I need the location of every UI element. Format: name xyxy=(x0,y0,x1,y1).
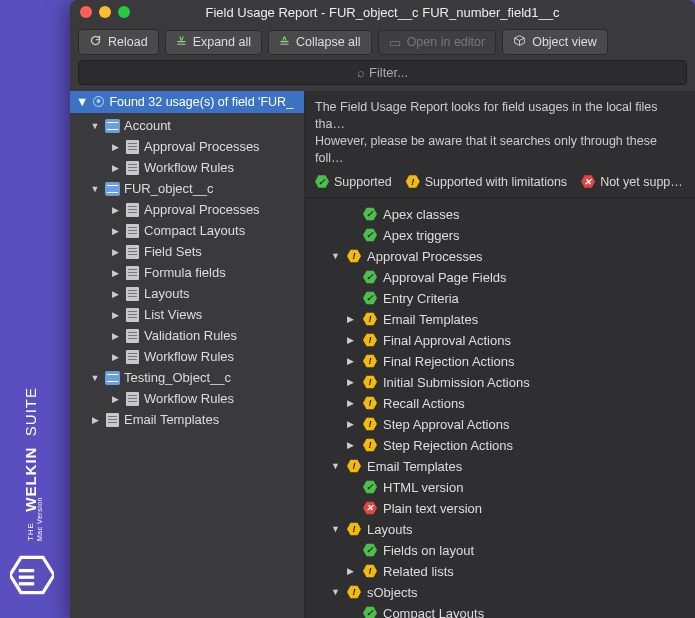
object-view-button[interactable]: Object view xyxy=(502,29,608,55)
collapse-all-button[interactable]: ≙ Collapse all xyxy=(268,30,372,55)
status-yellow-icon xyxy=(347,585,361,599)
editor-icon: ▭ xyxy=(389,35,401,50)
tree-node-label: Workflow Rules xyxy=(144,160,234,175)
svg-marker-0 xyxy=(10,557,54,592)
support-item[interactable]: Plain text version xyxy=(307,498,693,519)
file-icon xyxy=(124,286,140,302)
support-item[interactable]: Entry Criteria xyxy=(307,288,693,309)
tree-node[interactable]: ▶ Workflow Rules xyxy=(70,388,304,409)
support-item[interactable]: Fields on layout xyxy=(307,540,693,561)
chevron-icon: ▶ xyxy=(347,356,357,366)
tree-node-label: Approval Processes xyxy=(144,202,260,217)
description-text: The Field Usage Report looks for field u… xyxy=(305,91,695,171)
support-item[interactable]: ▼sObjects xyxy=(307,582,693,603)
status-green-icon xyxy=(363,291,377,305)
support-item[interactable]: ▶Step Rejection Actions xyxy=(307,435,693,456)
left-tree[interactable]: ▼ Account▶ Approval Processes▶ Workflow … xyxy=(70,113,304,618)
chevron-right-icon: ▶ xyxy=(110,352,120,362)
status-green-icon xyxy=(363,606,377,618)
support-item[interactable]: ▼Email Templates xyxy=(307,456,693,477)
tree-node-label: Testing_Object__c xyxy=(124,370,231,385)
collapse-icon: ≙ xyxy=(279,35,290,50)
tree-node-label: Email Templates xyxy=(124,412,219,427)
status-yellow-icon xyxy=(347,249,361,263)
file-icon xyxy=(124,223,140,239)
support-item[interactable]: ▶Initial Submission Actions xyxy=(307,372,693,393)
tree-node[interactable]: ▶ List Views xyxy=(70,304,304,325)
file-icon xyxy=(124,202,140,218)
tree-node-label: List Views xyxy=(144,307,202,322)
chevron-icon: ▼ xyxy=(331,461,341,471)
tree-node-label: Approval Processes xyxy=(144,139,260,154)
support-item[interactable]: ▶Final Approval Actions xyxy=(307,330,693,351)
tree-node[interactable]: ▶ Formula fields xyxy=(70,262,304,283)
support-item[interactable]: ▼Approval Processes xyxy=(307,246,693,267)
tree-node[interactable]: ▶ Validation Rules xyxy=(70,325,304,346)
support-item-label: Related lists xyxy=(383,564,454,579)
tree-node[interactable]: ▶ Compact Layouts xyxy=(70,220,304,241)
tree-node[interactable]: ▶ Workflow Rules xyxy=(70,157,304,178)
status-green-icon xyxy=(363,270,377,284)
object-icon xyxy=(104,370,120,386)
status-green-icon xyxy=(363,480,377,494)
chevron-right-icon: ▶ xyxy=(110,142,120,152)
support-item[interactable]: ▶Email Templates xyxy=(307,309,693,330)
brand-logo-icon xyxy=(10,553,54,600)
tree-node[interactable]: ▶ Workflow Rules xyxy=(70,346,304,367)
status-yellow-icon xyxy=(363,396,377,410)
toolbar: Reload ≚ Expand all ≙ Collapse all ▭ Ope… xyxy=(70,24,695,60)
support-item-label: Email Templates xyxy=(383,312,478,327)
support-item[interactable]: ▼Layouts xyxy=(307,519,693,540)
tree-node[interactable]: ▶ Field Sets xyxy=(70,241,304,262)
right-tree[interactable]: Apex classesApex triggers▼Approval Proce… xyxy=(305,198,695,619)
reload-icon xyxy=(89,34,102,50)
support-item[interactable]: ▶Final Rejection Actions xyxy=(307,351,693,372)
open-in-editor-button[interactable]: ▭ Open in editor xyxy=(378,30,497,55)
tree-node[interactable]: ▼ Account xyxy=(70,115,304,136)
support-item-label: sObjects xyxy=(367,585,418,600)
minimize-window-button[interactable] xyxy=(99,6,111,18)
support-item-label: Step Approval Actions xyxy=(383,417,509,432)
usages-root-label: Found 32 usage(s) of field 'FUR_ xyxy=(109,95,293,109)
tree-node[interactable]: ▶ Email Templates xyxy=(70,409,304,430)
chevron-icon: ▶ xyxy=(347,566,357,576)
tree-node[interactable]: ▼ Testing_Object__c xyxy=(70,367,304,388)
chevron-icon: ▶ xyxy=(347,314,357,324)
tree-node-label: Account xyxy=(124,118,171,133)
file-icon xyxy=(124,349,140,365)
filter-input[interactable]: ⌕Filter... xyxy=(78,60,687,85)
support-item[interactable]: ▶Recall Actions xyxy=(307,393,693,414)
support-item[interactable]: Compact Layouts xyxy=(307,603,693,619)
app-window: Field Usage Report - FUR_object__c FUR_n… xyxy=(70,0,695,618)
search-icon: ⌕ xyxy=(357,65,365,80)
chevron-right-icon: ▶ xyxy=(110,394,120,404)
close-window-button[interactable] xyxy=(80,6,92,18)
tree-node[interactable]: ▶ Approval Processes xyxy=(70,199,304,220)
tree-node[interactable]: ▼ FUR_object__c xyxy=(70,178,304,199)
support-item[interactable]: HTML version xyxy=(307,477,693,498)
support-item[interactable]: ▶Related lists xyxy=(307,561,693,582)
support-item-label: Apex classes xyxy=(383,207,460,222)
support-item[interactable]: ▶Step Approval Actions xyxy=(307,414,693,435)
chevron-icon: ▼ xyxy=(90,184,100,194)
usages-root[interactable]: ▼ ⦿ Found 32 usage(s) of field 'FUR_ xyxy=(70,91,304,113)
reload-button[interactable]: Reload xyxy=(78,29,159,55)
chevron-icon: ▼ xyxy=(90,373,100,383)
tree-node[interactable]: ▶ Approval Processes xyxy=(70,136,304,157)
expand-icon: ≚ xyxy=(176,35,187,50)
support-item-label: Compact Layouts xyxy=(383,606,484,619)
chevron-icon: ▶ xyxy=(347,377,357,387)
support-item[interactable]: Apex classes xyxy=(307,204,693,225)
file-icon xyxy=(124,307,140,323)
file-icon xyxy=(104,412,120,428)
support-item[interactable]: Approval Page Fields xyxy=(307,267,693,288)
chevron-right-icon: ▶ xyxy=(110,247,120,257)
expand-all-button[interactable]: ≚ Expand all xyxy=(165,30,262,55)
support-item[interactable]: Apex triggers xyxy=(307,225,693,246)
chevron-down-icon: ▼ xyxy=(76,95,88,109)
chevron-icon: ▶ xyxy=(90,415,100,425)
tree-node[interactable]: ▶ Layouts xyxy=(70,283,304,304)
zoom-window-button[interactable] xyxy=(118,6,130,18)
status-red-icon xyxy=(363,501,377,515)
limited-icon xyxy=(406,175,420,189)
